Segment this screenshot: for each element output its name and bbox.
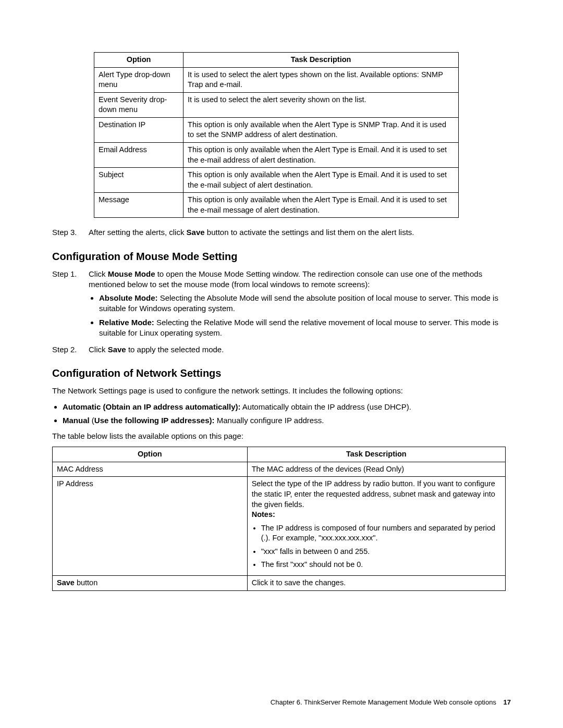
list-item: Absolute Mode: Selecting the Absolute Mo… xyxy=(99,293,511,314)
table-row: Destination IPThis option is only availa… xyxy=(94,117,459,142)
list-item: Automatic (Obtain an IP address automati… xyxy=(63,402,511,412)
heading-mouse-mode: Configuration of Mouse Mode Setting xyxy=(52,250,511,264)
list-item: Manual (Use the following IP addresses):… xyxy=(63,415,511,426)
network-bullets: Automatic (Obtain an IP address automati… xyxy=(52,402,511,426)
col-description: Task Description xyxy=(183,53,459,68)
ip-notes-list: The IP address is composed of four numbe… xyxy=(252,523,501,570)
table-row: Event Severity drop-down menuIt is used … xyxy=(94,92,459,117)
step-label: Step 2. xyxy=(52,344,89,355)
col-option: Option xyxy=(53,447,248,462)
heading-network: Configuration of Network Settings xyxy=(52,366,511,380)
list-item: Relative Mode: Selecting the Relative Mo… xyxy=(99,317,511,339)
network-table-intro: The table below lists the available opti… xyxy=(52,431,511,441)
step-label: Step 3. xyxy=(52,227,89,238)
table-row: MAC Address The MAC address of the devic… xyxy=(53,462,506,477)
list-item: The IP address is composed of four numbe… xyxy=(261,523,501,544)
step-body: Click Save to apply the selected mode. xyxy=(89,344,511,355)
step-body: After setting the alerts, click Save but… xyxy=(89,227,511,238)
step-label: Step 1. xyxy=(52,269,89,342)
col-description: Task Description xyxy=(247,447,505,462)
step-body: Click Mouse Mode to open the Mouse Mode … xyxy=(89,269,511,342)
list-item: "xxx" falls in between 0 and 255. xyxy=(261,547,501,557)
alerts-options-table: Option Task Description Alert Type drop-… xyxy=(94,52,459,218)
table-row: SubjectThis option is only available whe… xyxy=(94,168,459,193)
list-item: The first "xxx" should not be 0. xyxy=(261,560,501,570)
table-row: IP Address Select the type of the IP add… xyxy=(53,477,506,576)
mouse-step-1: Step 1. Click Mouse Mode to open the Mou… xyxy=(52,269,511,342)
network-options-table: Option Task Description MAC Address The … xyxy=(52,447,506,590)
table-row: Save button Click it to save the changes… xyxy=(53,575,506,590)
network-intro: The Network Settings page is used to con… xyxy=(52,386,511,396)
col-option: Option xyxy=(94,53,183,68)
mouse-mode-bullets: Absolute Mode: Selecting the Absolute Mo… xyxy=(89,293,511,338)
table-row: Alert Type drop-down menuIt is used to s… xyxy=(94,67,459,92)
mouse-step-2: Step 2. Click Save to apply the selected… xyxy=(52,344,511,355)
step-3: Step 3. After setting the alerts, click … xyxy=(52,227,511,238)
table-row: Email AddressThis option is only availab… xyxy=(94,142,459,167)
table-row: MessageThis option is only available whe… xyxy=(94,193,459,218)
